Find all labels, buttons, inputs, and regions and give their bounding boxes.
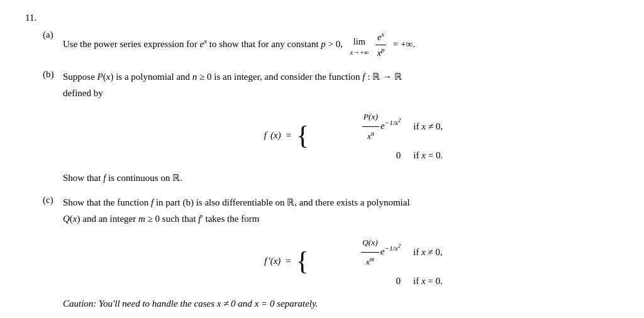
part-b: (b) Suppose P(x) is a polynomial and n ≥… xyxy=(43,69,619,186)
lim-expr: lim x→+∞ xyxy=(350,34,369,57)
piecewise-cases-fp: Q(x) xm e−1/x2 if x ≠ 0, 0 if x = 0. xyxy=(313,233,443,289)
case-2: 0 if x = 0. xyxy=(313,147,443,164)
part-a-label: (a) xyxy=(43,30,60,40)
problem-number: 11. xyxy=(25,13,619,23)
part-a-text-mid: to show that for any constant xyxy=(207,39,321,49)
piecewise-cases: P(x) xn e−1/x2 if x ≠ 0, 0 if x = 0. xyxy=(313,107,443,163)
show-continuous: Show that f is continuous on ℝ. xyxy=(63,170,619,187)
part-a-content: Use the power series expression for ex t… xyxy=(63,30,619,60)
fp-case-1: Q(x) xm e−1/x2 if x ≠ 0, xyxy=(313,233,443,271)
fraction-ex-xp: ex xp xyxy=(375,30,387,60)
part-a-text-before: Use the power series expression for xyxy=(63,39,199,49)
part-c-content: Show that the function f in part (b) is … xyxy=(63,195,619,312)
part-c: (c) Show that the function f in part (b)… xyxy=(43,195,619,312)
fpx-piecewise: f′(x) = { Q(x) xm e−1/x2 xyxy=(88,233,619,289)
caution-text: Caution: You'll need to handle the cases… xyxy=(63,296,619,312)
left-brace: { xyxy=(296,124,309,148)
part-b-text1: Suppose P(x) is a polynomial and n ≥ 0 i… xyxy=(63,72,402,82)
fx-piecewise: f(x) = { P(x) xn e−1/x2 xyxy=(88,107,619,163)
fp-case-2: 0 if x = 0. xyxy=(313,273,443,290)
part-b-content: Suppose P(x) is a polynomial and n ≥ 0 i… xyxy=(63,69,619,186)
frac-Px-xn: P(x) xn xyxy=(362,107,379,145)
part-b-label: (b) xyxy=(43,69,60,80)
frac-Qx-xm: Q(x) xm xyxy=(361,233,379,271)
part-c-label: (c) xyxy=(43,195,60,206)
case-1: P(x) xn e−1/x2 if x ≠ 0, xyxy=(313,107,443,145)
problem-parts: (a) Use the power series expression for … xyxy=(43,30,619,318)
part-a: (a) Use the power series expression for … xyxy=(43,30,619,60)
part-b-defined-by: defined by xyxy=(63,88,103,98)
problem-container: 11. (a) Use the power series expression … xyxy=(25,13,619,318)
left-brace-fp: { xyxy=(296,249,309,273)
